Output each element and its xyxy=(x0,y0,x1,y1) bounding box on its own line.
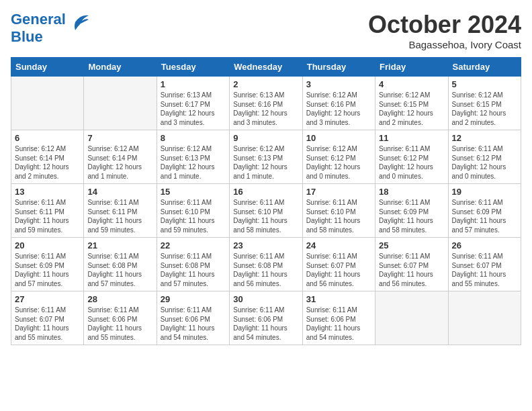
cell-info: Sunrise: 6:12 AMSunset: 6:15 PMDaylight:… xyxy=(452,91,517,127)
calendar-cell xyxy=(11,77,84,130)
week-row-1: 1Sunrise: 6:13 AMSunset: 6:17 PMDaylight… xyxy=(11,77,521,130)
cell-info: Sunrise: 6:12 AMSunset: 6:12 PMDaylight:… xyxy=(306,144,371,181)
cell-info: Sunrise: 6:12 AMSunset: 6:13 PMDaylight:… xyxy=(233,144,298,181)
cell-info: Sunrise: 6:11 AMSunset: 6:10 PMDaylight:… xyxy=(306,198,371,234)
day-number: 8 xyxy=(161,133,226,143)
calendar-cell: 3Sunrise: 6:12 AMSunset: 6:16 PMDaylight… xyxy=(302,77,375,130)
cell-info: Sunrise: 6:11 AMSunset: 6:07 PMDaylight:… xyxy=(306,252,371,288)
calendar-cell: 6Sunrise: 6:12 AMSunset: 6:14 PMDaylight… xyxy=(11,130,84,184)
cell-info: Sunrise: 6:11 AMSunset: 6:09 PMDaylight:… xyxy=(15,252,80,288)
day-number: 19 xyxy=(452,187,517,197)
calendar-cell: 19Sunrise: 6:11 AMSunset: 6:09 PMDayligh… xyxy=(448,184,521,238)
calendar-cell: 15Sunrise: 6:11 AMSunset: 6:10 PMDayligh… xyxy=(157,184,229,238)
cell-info: Sunrise: 6:11 AMSunset: 6:08 PMDaylight:… xyxy=(233,252,298,288)
cell-info: Sunrise: 6:11 AMSunset: 6:11 PMDaylight:… xyxy=(87,198,152,234)
day-number: 25 xyxy=(379,240,444,250)
day-number: 1 xyxy=(161,79,226,89)
day-number: 22 xyxy=(161,240,226,250)
day-number: 21 xyxy=(87,240,152,250)
cell-info: Sunrise: 6:11 AMSunset: 6:10 PMDaylight:… xyxy=(233,198,298,234)
cell-info: Sunrise: 6:11 AMSunset: 6:11 PMDaylight:… xyxy=(15,198,80,234)
day-number: 20 xyxy=(15,240,80,250)
calendar-cell: 11Sunrise: 6:11 AMSunset: 6:12 PMDayligh… xyxy=(375,130,448,184)
day-number: 27 xyxy=(15,294,80,304)
calendar-cell: 14Sunrise: 6:11 AMSunset: 6:11 PMDayligh… xyxy=(84,184,157,238)
cell-info: Sunrise: 6:13 AMSunset: 6:17 PMDaylight:… xyxy=(161,91,226,127)
day-number: 12 xyxy=(452,133,517,143)
week-row-5: 27Sunrise: 6:11 AMSunset: 6:07 PMDayligh… xyxy=(11,291,521,345)
logo-general: General xyxy=(11,11,66,28)
calendar-cell: 20Sunrise: 6:11 AMSunset: 6:09 PMDayligh… xyxy=(11,238,84,291)
cell-info: Sunrise: 6:11 AMSunset: 6:08 PMDaylight:… xyxy=(161,252,226,288)
cell-info: Sunrise: 6:11 AMSunset: 6:09 PMDaylight:… xyxy=(379,198,444,234)
logo: General Blue xyxy=(11,11,90,46)
day-number: 26 xyxy=(452,240,517,250)
week-row-2: 6Sunrise: 6:12 AMSunset: 6:14 PMDaylight… xyxy=(11,130,521,184)
cell-info: Sunrise: 6:12 AMSunset: 6:16 PMDaylight:… xyxy=(306,91,371,127)
cell-info: Sunrise: 6:11 AMSunset: 6:12 PMDaylight:… xyxy=(379,144,444,181)
calendar-cell: 31Sunrise: 6:11 AMSunset: 6:06 PMDayligh… xyxy=(302,291,375,345)
calendar-cell: 29Sunrise: 6:11 AMSunset: 6:06 PMDayligh… xyxy=(157,291,229,345)
calendar-cell xyxy=(375,291,448,345)
day-number: 11 xyxy=(379,133,444,143)
calendar-cell: 26Sunrise: 6:11 AMSunset: 6:07 PMDayligh… xyxy=(448,238,521,291)
header-day-saturday: Saturday xyxy=(448,58,521,77)
calendar-cell: 8Sunrise: 6:12 AMSunset: 6:13 PMDaylight… xyxy=(157,130,229,184)
header-row: SundayMondayTuesdayWednesdayThursdayFrid… xyxy=(11,58,521,77)
calendar-cell: 18Sunrise: 6:11 AMSunset: 6:09 PMDayligh… xyxy=(375,184,448,238)
day-number: 9 xyxy=(233,133,298,143)
title-block: October 2024 Bagassehoa, Ivory Coast xyxy=(368,11,521,50)
week-row-3: 13Sunrise: 6:11 AMSunset: 6:11 PMDayligh… xyxy=(11,184,521,238)
day-number: 23 xyxy=(233,240,298,250)
cell-info: Sunrise: 6:11 AMSunset: 6:06 PMDaylight:… xyxy=(87,306,152,342)
day-number: 18 xyxy=(379,187,444,197)
calendar-cell: 23Sunrise: 6:11 AMSunset: 6:08 PMDayligh… xyxy=(230,238,302,291)
calendar-cell: 24Sunrise: 6:11 AMSunset: 6:07 PMDayligh… xyxy=(302,238,375,291)
cell-info: Sunrise: 6:11 AMSunset: 6:12 PMDaylight:… xyxy=(452,144,517,181)
calendar-cell: 10Sunrise: 6:12 AMSunset: 6:12 PMDayligh… xyxy=(302,130,375,184)
header-day-friday: Friday xyxy=(375,58,448,77)
calendar-table: SundayMondayTuesdayWednesdayThursdayFrid… xyxy=(11,57,521,345)
calendar-body: 1Sunrise: 6:13 AMSunset: 6:17 PMDaylight… xyxy=(11,77,521,345)
day-number: 4 xyxy=(379,79,444,89)
calendar-cell: 16Sunrise: 6:11 AMSunset: 6:10 PMDayligh… xyxy=(230,184,302,238)
day-number: 14 xyxy=(87,187,152,197)
calendar-cell: 5Sunrise: 6:12 AMSunset: 6:15 PMDaylight… xyxy=(448,77,521,130)
calendar-cell xyxy=(84,77,157,130)
calendar-cell: 30Sunrise: 6:11 AMSunset: 6:06 PMDayligh… xyxy=(230,291,302,345)
week-row-4: 20Sunrise: 6:11 AMSunset: 6:09 PMDayligh… xyxy=(11,238,521,291)
calendar-cell: 13Sunrise: 6:11 AMSunset: 6:11 PMDayligh… xyxy=(11,184,84,238)
cell-info: Sunrise: 6:11 AMSunset: 6:07 PMDaylight:… xyxy=(452,252,517,288)
day-number: 7 xyxy=(87,133,152,143)
page-header: General Blue October 2024 Bagassehoa, Iv… xyxy=(11,11,521,50)
header-day-wednesday: Wednesday xyxy=(230,58,302,77)
calendar-cell: 17Sunrise: 6:11 AMSunset: 6:10 PMDayligh… xyxy=(302,184,375,238)
calendar-cell: 2Sunrise: 6:13 AMSunset: 6:16 PMDaylight… xyxy=(230,77,302,130)
calendar-cell: 12Sunrise: 6:11 AMSunset: 6:12 PMDayligh… xyxy=(448,130,521,184)
day-number: 31 xyxy=(306,294,371,304)
calendar-cell: 21Sunrise: 6:11 AMSunset: 6:08 PMDayligh… xyxy=(84,238,157,291)
calendar-cell: 7Sunrise: 6:12 AMSunset: 6:14 PMDaylight… xyxy=(84,130,157,184)
cell-info: Sunrise: 6:12 AMSunset: 6:15 PMDaylight:… xyxy=(379,91,444,127)
calendar-cell: 9Sunrise: 6:12 AMSunset: 6:13 PMDaylight… xyxy=(230,130,302,184)
calendar-cell: 28Sunrise: 6:11 AMSunset: 6:06 PMDayligh… xyxy=(84,291,157,345)
location: Bagassehoa, Ivory Coast xyxy=(368,39,521,50)
calendar-cell: 27Sunrise: 6:11 AMSunset: 6:07 PMDayligh… xyxy=(11,291,84,345)
cell-info: Sunrise: 6:11 AMSunset: 6:08 PMDaylight:… xyxy=(87,252,152,288)
day-number: 28 xyxy=(87,294,152,304)
calendar-cell: 25Sunrise: 6:11 AMSunset: 6:07 PMDayligh… xyxy=(375,238,448,291)
cell-info: Sunrise: 6:11 AMSunset: 6:10 PMDaylight:… xyxy=(161,198,226,234)
cell-info: Sunrise: 6:11 AMSunset: 6:07 PMDaylight:… xyxy=(379,252,444,288)
header-day-thursday: Thursday xyxy=(302,58,375,77)
cell-info: Sunrise: 6:12 AMSunset: 6:13 PMDaylight:… xyxy=(161,144,226,181)
header-day-monday: Monday xyxy=(84,58,157,77)
cell-info: Sunrise: 6:13 AMSunset: 6:16 PMDaylight:… xyxy=(233,91,298,127)
cell-info: Sunrise: 6:11 AMSunset: 6:06 PMDaylight:… xyxy=(233,306,298,342)
calendar-cell: 4Sunrise: 6:12 AMSunset: 6:15 PMDaylight… xyxy=(375,77,448,130)
calendar-cell: 1Sunrise: 6:13 AMSunset: 6:17 PMDaylight… xyxy=(157,77,229,130)
cell-info: Sunrise: 6:11 AMSunset: 6:07 PMDaylight:… xyxy=(15,306,80,342)
day-number: 15 xyxy=(161,187,226,197)
cell-info: Sunrise: 6:11 AMSunset: 6:06 PMDaylight:… xyxy=(306,306,371,342)
logo-bird-icon xyxy=(69,13,90,32)
cell-info: Sunrise: 6:12 AMSunset: 6:14 PMDaylight:… xyxy=(87,144,152,181)
